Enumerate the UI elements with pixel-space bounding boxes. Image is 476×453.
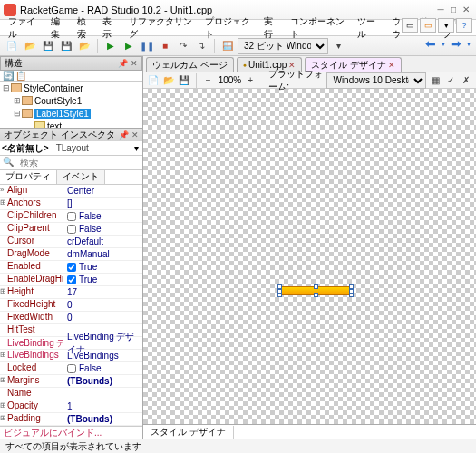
save-icon[interactable]: 💾 (40, 38, 56, 54)
property-row[interactable]: ClipChildrenFalse (0, 210, 142, 223)
target-icon: 🪟 (219, 38, 236, 54)
run-icon[interactable]: ▶ (102, 38, 119, 54)
menu-search[interactable]: 検索 (73, 15, 99, 41)
new-doc-icon[interactable]: 📄 (147, 72, 160, 89)
oi-tab-events[interactable]: イベント (57, 170, 105, 184)
layout-btn-2[interactable]: ▭ (420, 18, 436, 33)
property-checkbox[interactable] (67, 364, 76, 373)
step-over-icon[interactable]: ↷ (175, 38, 191, 54)
menu-file[interactable]: ファイル (4, 15, 46, 41)
property-row[interactable]: CursorcrDefault (0, 236, 142, 248)
window-title: RacketGame - RAD Studio 10.2 - Unit1.cpp (20, 5, 434, 15)
selected-component[interactable] (279, 286, 352, 295)
structure-header: 構造 📌 ✕ (0, 56, 142, 71)
nav-back-icon[interactable]: ⬅ (422, 36, 440, 51)
save-all-icon[interactable]: 💾 (58, 38, 74, 54)
property-checkbox[interactable] (67, 275, 76, 284)
menu-view[interactable]: 表示 (98, 15, 124, 41)
close-button[interactable]: ✕ (460, 5, 472, 14)
oi-tab-props[interactable]: プロパティ (0, 170, 57, 184)
tree-item[interactable]: ⊞ CourtStyle1 (0, 94, 142, 107)
menu-component[interactable]: コンポーネント (286, 15, 354, 41)
property-row[interactable]: EnabledTrue (0, 261, 142, 274)
platform-select[interactable]: Windows 10 Desktop (326, 72, 426, 89)
tree-root[interactable]: ⊟ StyleContainer (0, 82, 142, 94)
property-row[interactable]: DragModedmManual (0, 248, 142, 261)
layout-btn-3[interactable]: ▾ (438, 18, 454, 33)
property-row[interactable]: FixedHeight0 (0, 299, 142, 312)
open-icon[interactable]: 📂 (22, 38, 38, 54)
layout-btn-1[interactable]: ▭ (402, 18, 418, 33)
open-style-icon[interactable]: 📂 (162, 72, 175, 89)
tab-welcome[interactable]: ウェルカム ページ (146, 57, 234, 72)
property-row[interactable]: ⊞Margins(TBounds) (0, 375, 142, 388)
layout-toolbar: ▭ ▭ ▾ ? (402, 18, 472, 33)
zoom-value: 100% (218, 75, 242, 85)
run-no-debug-icon[interactable]: ▶ (121, 38, 137, 54)
minimize-button[interactable]: ─ (434, 5, 447, 14)
menu-edit[interactable]: 編集 (46, 15, 73, 41)
bottom-tabs: スタイル デザイナ (143, 424, 476, 439)
structure-tb-2[interactable]: 📋 (15, 71, 26, 81)
target-dropdown-icon[interactable]: ▾ (330, 38, 346, 54)
property-row[interactable]: ⊞Anchors[] (0, 198, 142, 210)
property-row[interactable]: ⊞Opacity1 (0, 400, 142, 413)
nav-forward-icon[interactable]: ➡ (447, 36, 465, 51)
object-inspector: オブジェクト インスペクタ 📌 ✕ <名前無し> TLayout ▾ 🔍 プロパ… (0, 128, 142, 439)
property-row[interactable]: ⊞LiveBindingsLiveBindings (0, 350, 142, 362)
property-row[interactable]: EnableDragHighlightTrue (0, 274, 142, 286)
nav-arrows: ⬅ ▾ ➡ ▾ (422, 36, 471, 51)
oi-property-grid[interactable]: »AlignCenter⊞Anchors[]ClipChildrenFalseC… (0, 185, 142, 426)
property-row[interactable]: LockedFalse (0, 362, 142, 375)
app-icon (4, 4, 16, 16)
property-row[interactable]: FixedWidth0 (0, 312, 142, 324)
resize-handle[interactable] (349, 293, 354, 297)
stop-icon[interactable]: ■ (157, 38, 173, 54)
statusbar: すべての項目が表示されています (0, 439, 476, 453)
new-items-icon[interactable]: 📄 (4, 38, 20, 54)
property-row[interactable]: Name (0, 388, 142, 400)
structure-tb-1[interactable]: 🔄 (3, 71, 14, 81)
cancel-icon[interactable]: ✗ (460, 72, 472, 89)
property-row[interactable]: ⊞Padding(TBounds) (0, 413, 142, 426)
platform-config-icon[interactable]: ▦ (429, 72, 442, 89)
oi-instance-select[interactable]: <名前無し> TLayout ▾ (0, 141, 142, 156)
tree-item[interactable]: text (0, 120, 142, 128)
property-checkbox[interactable] (67, 225, 76, 234)
resize-handle[interactable] (314, 284, 318, 289)
tree-item-selected[interactable]: ⊟ Label1Style1 (0, 107, 142, 120)
oi-search-input[interactable] (16, 156, 142, 169)
save-style-icon[interactable]: 💾 (178, 72, 190, 89)
bottom-tab-style[interactable]: スタイル デザイナ (143, 426, 234, 439)
property-row[interactable]: ⊞Height17 (0, 286, 142, 299)
pause-icon[interactable]: ❚❚ (139, 38, 155, 54)
property-row[interactable]: ClipParentFalse (0, 223, 142, 236)
resize-handle[interactable] (277, 293, 282, 297)
menu-run[interactable]: 実行 (259, 15, 286, 41)
apply-icon[interactable]: ✓ (444, 72, 457, 89)
designer-toolbar: 📄 📂 💾 − 100% + プラットフォーム: Windows 10 Desk… (143, 72, 476, 89)
zoom-in-icon[interactable]: + (244, 72, 257, 89)
menu-project[interactable]: プロジェクト (200, 15, 260, 41)
property-row[interactable]: »AlignCenter (0, 185, 142, 198)
oi-header: オブジェクト インスペクタ 📌 ✕ (0, 129, 142, 141)
oi-footer-link[interactable]: ビジュアルにバインド... (0, 426, 142, 439)
oi-search[interactable]: 🔍 (0, 156, 142, 170)
layout-help[interactable]: ? (456, 18, 472, 33)
menu-refactor[interactable]: リファクタリング (124, 15, 200, 41)
target-select[interactable]: 32 ビット Windows (238, 38, 328, 54)
designer-canvas[interactable] (143, 89, 476, 424)
structure-tree[interactable]: ⊟ StyleContainer ⊞ CourtStyle1 ⊟ Label1S… (0, 82, 142, 128)
open-project-icon[interactable]: 📂 (76, 38, 92, 54)
property-row[interactable]: LiveBinding デザイナLiveBinding デザイナ (0, 337, 142, 350)
menu-tools[interactable]: ツール (353, 15, 387, 41)
step-into-icon[interactable]: ↴ (193, 38, 209, 54)
property-checkbox[interactable] (67, 212, 76, 221)
zoom-out-icon[interactable]: − (202, 72, 215, 89)
resize-handle[interactable] (314, 293, 318, 297)
maximize-button[interactable]: □ (447, 5, 460, 14)
property-checkbox[interactable] (67, 263, 76, 272)
